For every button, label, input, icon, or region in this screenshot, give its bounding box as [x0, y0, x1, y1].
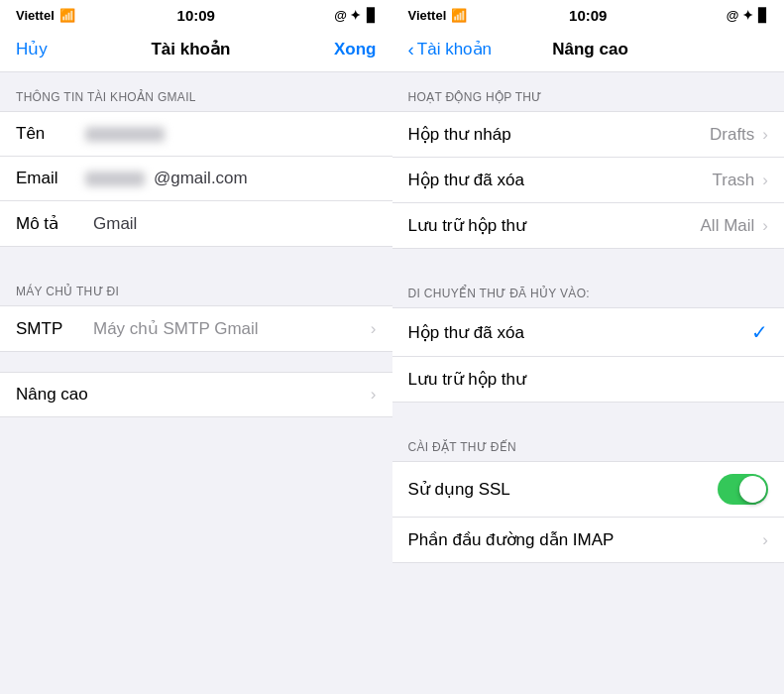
smtp-chevron-icon: ›: [371, 319, 377, 339]
imap-chevron-icon: ›: [762, 530, 768, 550]
signal-icons-left: @ ✦: [334, 8, 361, 23]
back-label: Tài khoản: [417, 39, 492, 59]
trash-chevron-icon: ›: [762, 171, 768, 190]
trash-value: Trash: [713, 171, 755, 190]
section-header-incoming: CÀI ĐẶT THƯ ĐẾN: [392, 422, 785, 461]
left-panel: Viettel 📶 10:09 @ ✦ ▊ Hủy Tài khoản Xong…: [0, 0, 392, 694]
back-chevron-icon: ‹: [408, 40, 414, 58]
signal-icons-right: @ ✦: [727, 8, 753, 23]
ssl-row[interactable]: Sử dụng SSL: [392, 462, 785, 518]
account-info-group: Tên Email @gmail.com Mô tả Gmail: [0, 111, 392, 247]
back-button[interactable]: ‹ Tài khoản: [408, 39, 493, 59]
move-archive-label: Lưu trữ hộp thư: [408, 369, 527, 390]
separator-1: [0, 247, 392, 267]
status-bar-right: Viettel 📶 10:09 @ ✦ ▊: [392, 0, 785, 29]
move-to-trash-row[interactable]: Hộp thư đã xóa ✓: [392, 308, 785, 357]
mailbox-group: Hộp thư nháp Drafts › Hộp thư đã xóa Tra…: [392, 111, 785, 249]
battery-icon-right: ▊: [758, 8, 768, 23]
status-right-right: @ ✦ ▊: [727, 8, 768, 23]
incoming-mail-group: Sử dụng SSL Phần đầu đường dẫn IMAP ›: [392, 461, 785, 563]
left-content: THÔNG TIN TÀI KHOẢN GMAIL Tên Email @gma…: [0, 72, 392, 694]
advanced-row[interactable]: Nâng cao ›: [0, 373, 392, 416]
smtp-label: SMTP: [16, 319, 85, 339]
status-right-left: @ ✦ ▊: [334, 8, 376, 23]
trash-label: Hộp thư đã xóa: [408, 170, 524, 190]
email-suffix: @gmail.com: [154, 169, 377, 188]
battery-icon-left: ▊: [367, 8, 377, 23]
section-header-mailbox: HOẠT ĐỘNG HỘP THƯ: [392, 72, 785, 111]
archive-value: All Mail: [701, 216, 755, 236]
separator-r1: [392, 249, 785, 269]
archive-label: Lưu trữ hộp thư: [408, 215, 527, 236]
nav-bar-right: ‹ Tài khoản Nâng cao: [392, 29, 785, 72]
status-bar-left: Viettel 📶 10:09 @ ✦ ▊: [0, 0, 392, 29]
imap-path-label: Phần đầu đường dẫn IMAP: [408, 529, 615, 550]
done-button[interactable]: Xong: [334, 40, 377, 59]
smtp-value: Máy chủ SMTP Gmail: [93, 318, 367, 339]
nav-title-right: Nâng cao: [552, 40, 628, 59]
archive-chevron-icon: ›: [762, 216, 768, 236]
ssl-label: Sử dụng SSL: [408, 479, 510, 500]
email-value-blurred: [85, 172, 145, 186]
move-to-archive-row[interactable]: Lưu trữ hộp thư: [392, 357, 785, 402]
section-header-smtp: MÁY CHỦ THƯ ĐI: [0, 267, 392, 305]
nav-bar-left: Hủy Tài khoản Xong: [0, 29, 392, 72]
name-row[interactable]: Tên: [0, 112, 392, 157]
drafts-label: Hộp thư nháp: [408, 124, 511, 145]
checkmark-icon: ✓: [751, 320, 768, 344]
status-left-right: Viettel 📶: [408, 8, 468, 23]
smtp-group: SMTP Máy chủ SMTP Gmail ›: [0, 305, 392, 352]
right-content: HOẠT ĐỘNG HỘP THƯ Hộp thư nháp Drafts › …: [392, 72, 785, 694]
wifi-icon: 📶: [59, 8, 75, 23]
separator-r2: [392, 403, 785, 422]
advanced-group: Nâng cao ›: [0, 372, 392, 417]
imap-path-row[interactable]: Phần đầu đường dẫn IMAP ›: [392, 518, 785, 562]
advanced-label: Nâng cao: [16, 385, 88, 405]
cancel-button[interactable]: Hủy: [16, 39, 48, 59]
move-trash-label: Hộp thư đã xóa: [408, 322, 524, 343]
status-left: Viettel 📶: [16, 8, 75, 23]
drafts-value: Drafts: [710, 125, 754, 145]
email-row[interactable]: Email @gmail.com: [0, 157, 392, 201]
separator-2: [0, 352, 392, 372]
section-header-account-info: THÔNG TIN TÀI KHOẢN GMAIL: [0, 72, 392, 111]
smtp-row[interactable]: SMTP Máy chủ SMTP Gmail ›: [0, 306, 392, 351]
description-row[interactable]: Mô tả Gmail: [0, 201, 392, 246]
drafts-row[interactable]: Hộp thư nháp Drafts ›: [392, 112, 785, 158]
carrier-left: Viettel: [16, 8, 55, 23]
time-left: 10:09: [177, 7, 215, 24]
email-label: Email: [16, 169, 85, 188]
advanced-chevron-icon: ›: [371, 385, 377, 405]
description-label: Mô tả: [16, 213, 85, 234]
carrier-right: Viettel: [408, 8, 447, 23]
time-right: 10:09: [569, 7, 607, 24]
drafts-chevron-icon: ›: [762, 125, 768, 145]
trash-row[interactable]: Hộp thư đã xóa Trash ›: [392, 158, 785, 203]
description-value: Gmail: [93, 214, 377, 234]
wifi-icon-right: 📶: [451, 8, 467, 23]
name-label: Tên: [16, 124, 85, 144]
ssl-toggle[interactable]: [718, 474, 768, 505]
nav-title-left: Tài khoản: [151, 39, 230, 59]
move-mail-group: Hộp thư đã xóa ✓ Lưu trữ hộp thư: [392, 307, 785, 403]
archive-row[interactable]: Lưu trữ hộp thư All Mail ›: [392, 203, 785, 248]
section-header-move: DI CHUYỂN THƯ ĐÃ HỦY VÀO:: [392, 269, 785, 307]
name-value-blurred: [85, 127, 165, 142]
right-panel: Viettel 📶 10:09 @ ✦ ▊ ‹ Tài khoản Nâng c…: [392, 0, 785, 694]
